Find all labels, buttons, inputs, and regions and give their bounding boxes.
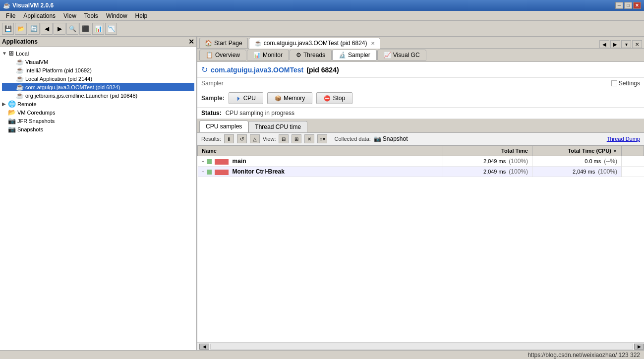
tree-item-remote[interactable]: ▶ 🌐 Remote (2, 100, 194, 108)
applications-title: Applications (2, 38, 38, 45)
sampler-section: Sampler Settings (197, 78, 644, 89)
thread-dump-link[interactable]: Thread Dump (607, 136, 640, 142)
monitor-thread-color (207, 170, 212, 175)
row-cpu-monitor: 2,049 ms (100%) (532, 167, 622, 177)
horizontal-scrollbar[interactable]: ◀ ▶ (197, 342, 644, 350)
menu-file[interactable]: File (2, 11, 19, 20)
jetbrains-icon: ☕ (16, 92, 24, 99)
tab-nav-right[interactable]: ▶ (610, 40, 620, 48)
vmcoredumps-icon: 📂 (8, 109, 16, 116)
visualvm-icon: ☕ (16, 58, 24, 65)
oomtest-tab-icon: ☕ (254, 40, 262, 47)
tree-item-local[interactable]: ▼ 🖥 Local (2, 49, 194, 58)
toolbar-heap[interactable]: 📊 (92, 23, 104, 35)
results-tab-bar: CPU samples Thread CPU time (197, 119, 644, 133)
view-clear-button[interactable]: ✕ (304, 134, 314, 143)
expand-main[interactable]: + (202, 159, 205, 164)
stop-sample-button[interactable]: ⛔ Stop (316, 92, 352, 104)
settings-button[interactable]: Settings (611, 80, 640, 87)
col-scrollbar-space (622, 146, 644, 156)
visualgc-label: Visual GC (393, 52, 420, 59)
tree-label-oomtest: com.atguigu.java3.OOMTest (pid 6824) (25, 84, 120, 90)
menu-view[interactable]: View (59, 11, 80, 20)
toolbar-forward[interactable]: ▶ (54, 23, 65, 35)
toolbar-save[interactable]: 💾 (2, 23, 14, 35)
app-icon: ☕ (3, 2, 10, 9)
oomtest-tab-close[interactable]: ✕ (371, 41, 375, 46)
content-area: 📋 Overview 📊 Monitor ⚙ Threads 🔬 Sampler… (197, 49, 644, 350)
tree-item-jetbrains[interactable]: ☕ org.jetbrains.jps.cmdline.Launcher (pi… (2, 91, 194, 100)
data-table: Name Total Time Total Time (CPU) ▼ + (197, 145, 644, 342)
scroll-right-btn[interactable]: ▶ (634, 344, 644, 350)
tab-nav-close[interactable]: ✕ (632, 40, 642, 48)
tab-monitor[interactable]: 📊 Monitor (247, 50, 289, 60)
toolbar-refresh[interactable]: 🔄 (28, 23, 40, 35)
tab-nav-left[interactable]: ◀ (599, 40, 609, 48)
menu-window[interactable]: Window (102, 11, 131, 20)
tree-label-remote: Remote (17, 101, 37, 107)
expand-icon-local[interactable]: ▼ (2, 51, 8, 56)
settings-checkbox (611, 80, 617, 86)
close-panel-icon[interactable]: ✕ (188, 38, 194, 46)
snapshot-button[interactable]: 📷 Snapshot (374, 135, 408, 142)
menu-tools[interactable]: Tools (80, 11, 102, 20)
tab-visualgc[interactable]: 📈 Visual GC (377, 50, 426, 60)
overview-label: Overview (215, 52, 240, 59)
cpu-sample-button[interactable]: ⏵ CPU (229, 92, 263, 104)
tab-start-page[interactable]: 🏠 Start Page (199, 38, 248, 48)
tree-label-localapp: Local Application (pid 2144) (25, 76, 92, 82)
tree-item-visualvm[interactable]: ☕ VisualVM (2, 58, 194, 66)
view-more-button[interactable]: ≡▾ (317, 134, 327, 143)
expand-icon-remote[interactable]: ▶ (2, 101, 8, 107)
sampler-icon: 🔬 (339, 52, 346, 59)
main-layout: Applications ✕ ▼ 🖥 Local ☕ VisualVM (0, 37, 644, 350)
tab-thread-cpu-time[interactable]: Thread CPU time (248, 121, 307, 132)
menu-help[interactable]: Help (131, 11, 152, 20)
refresh-results-button[interactable]: ↺ (237, 134, 247, 143)
tree-label-local: Local (16, 51, 29, 57)
tree-label-snapshots: Snapshots (17, 126, 43, 132)
col-total-time-cpu[interactable]: Total Time (CPU) ▼ (532, 146, 622, 156)
monitor-label: Monitor (263, 52, 283, 59)
results-label: Results: (201, 136, 221, 142)
sample-row-label: Sample: (201, 95, 225, 102)
scroll-left-btn[interactable]: ◀ (199, 344, 209, 350)
col-total-time[interactable]: Total Time (443, 146, 532, 156)
tab-cpu-samples[interactable]: CPU samples (199, 120, 248, 132)
collected-label: Collected data: (334, 136, 370, 142)
tree-item-intellij[interactable]: ☕ IntelliJ Platform (pid 10692) (2, 66, 194, 74)
view-flat-button[interactable]: ⊟ (279, 134, 289, 143)
refresh-icon[interactable]: ↻ (201, 65, 208, 74)
tree-item-vmcoredumps[interactable]: 📂 VM Coredumps (2, 108, 194, 117)
tab-nav-list[interactable]: ▾ (621, 40, 631, 48)
tab-threads[interactable]: ⚙ Threads (290, 50, 332, 60)
tab-overview[interactable]: 📋 Overview (199, 50, 246, 60)
row-bar-main (215, 159, 229, 165)
tab-sampler[interactable]: 🔬 Sampler (332, 50, 377, 60)
toolbar-search[interactable]: 🔍 (66, 23, 78, 35)
close-button[interactable]: ✕ (633, 2, 641, 9)
tree-item-snapshots[interactable]: 📷 Snapshots (2, 125, 194, 133)
toolbar-back[interactable]: ◀ (41, 23, 53, 35)
toolbar-open[interactable]: 📂 (15, 23, 27, 35)
memory-sample-button[interactable]: 📦 Memory (267, 92, 312, 104)
expand-monitor[interactable]: + (202, 169, 205, 175)
tree-item-oomtest[interactable]: ☕ com.atguigu.java3.OOMTest (pid 6824) (2, 83, 194, 91)
tree-item-localapp[interactable]: ☕ Local Application (pid 2144) (2, 74, 194, 83)
row-cpu-main: 0.0 ms (--%) (532, 156, 622, 167)
menu-applications[interactable]: Applications (19, 11, 59, 20)
tab-oomtest[interactable]: ☕ com.atguigu.java3.OOMTest (pid 6824) ✕ (249, 38, 381, 49)
monitor-icon: 📊 (253, 52, 261, 59)
pause-results-button[interactable]: ⏸ (224, 134, 234, 143)
results-toolbar: Results: ⏸ ↺ △ View: ⊟ ⊞ ✕ ≡▾ Collected … (197, 133, 644, 145)
toolbar-cpu[interactable]: 📉 (105, 23, 117, 35)
page-title: com.atguigu.java3.OOMTest (211, 66, 303, 74)
view-tree-button[interactable]: ⊞ (292, 134, 301, 143)
local-icon: 🖥 (8, 50, 14, 57)
tree-item-jfrsnapshots[interactable]: 📷 JFR Snapshots (2, 117, 194, 125)
maximize-button[interactable]: □ (624, 2, 632, 9)
filter-results-button[interactable]: △ (250, 134, 260, 143)
toolbar-stop[interactable]: ⬛ (79, 23, 91, 35)
minimize-button[interactable]: ─ (615, 2, 623, 9)
row-bar-monitor (215, 170, 229, 175)
